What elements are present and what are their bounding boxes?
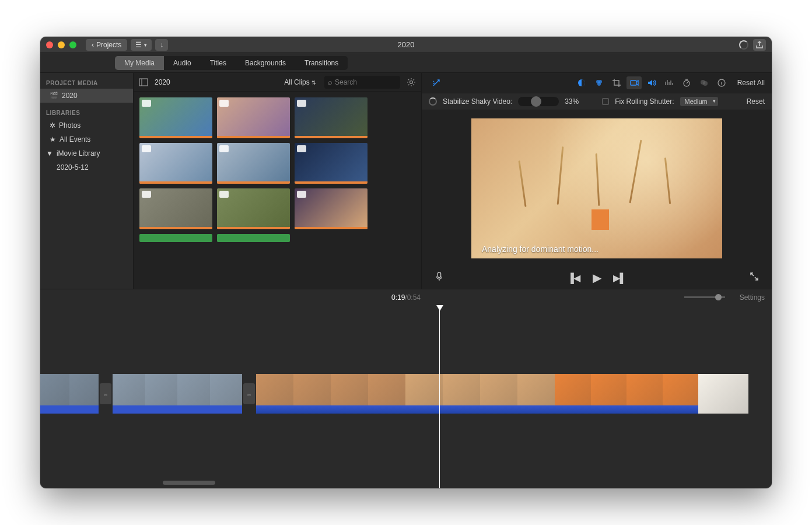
clip-thumbnail[interactable]	[139, 97, 212, 138]
clip-thumbnail[interactable]	[217, 188, 290, 229]
stabilization-icon[interactable]	[626, 76, 642, 89]
svg-rect-0	[139, 79, 148, 86]
zoom-slider[interactable]	[684, 296, 725, 298]
volume-icon[interactable]	[644, 76, 659, 89]
fullscreen-icon[interactable]	[750, 272, 759, 284]
gear-icon[interactable]	[406, 77, 416, 88]
camera-icon	[142, 100, 151, 107]
rolling-shutter-select[interactable]: Medium	[680, 97, 718, 106]
clip-thumbnail[interactable]	[139, 143, 212, 184]
spinner-icon	[429, 97, 437, 106]
preview-area: Analyzing for dominant motion...	[422, 110, 772, 267]
clip-filter[interactable]: All Clips ⇅	[284, 78, 316, 86]
noise-reduction-icon[interactable]	[662, 76, 677, 89]
timeline-clip[interactable]	[405, 374, 555, 414]
microphone-icon[interactable]	[435, 272, 444, 284]
window-controls	[46, 41, 76, 48]
download-button[interactable]: ↓	[155, 39, 168, 51]
back-to-projects-button[interactable]: ‹ Projects	[86, 39, 127, 51]
disclosure-triangle-icon[interactable]: ▼	[46, 149, 53, 158]
timeline-clip[interactable]	[256, 374, 405, 414]
close-window[interactable]	[46, 41, 53, 48]
horizontal-scrollbar[interactable]	[163, 481, 215, 485]
rolling-shutter-checkbox[interactable]	[602, 98, 609, 105]
sidebar-event[interactable]: 2020-5-12	[40, 160, 133, 174]
flower-icon: ✲	[50, 121, 55, 130]
camera-icon	[297, 191, 306, 198]
camera-icon	[142, 191, 151, 198]
timeline-clip[interactable]	[113, 374, 242, 414]
search-input[interactable]	[335, 78, 397, 86]
clapperboard-icon: 🎬	[50, 92, 58, 100]
tab-titles[interactable]: Titles	[201, 56, 236, 70]
tab-backgrounds[interactable]: Backgrounds	[236, 56, 295, 70]
sidebar-library[interactable]: ▼ iMovie Library	[40, 146, 133, 160]
star-icon: ★	[50, 135, 56, 144]
sidebar-project[interactable]: 🎬 2020	[40, 89, 133, 103]
prev-frame-button[interactable]: ▐◀	[567, 272, 580, 284]
sidebar-photos[interactable]: ✲ Photos	[40, 118, 133, 132]
color-correction-icon[interactable]	[592, 76, 607, 89]
timeline-clip[interactable]	[40, 374, 99, 414]
crop-icon[interactable]	[609, 76, 624, 89]
playhead[interactable]	[439, 305, 440, 488]
clip-thumbnail[interactable]	[217, 97, 290, 138]
clip-thumbnail[interactable]	[139, 188, 212, 229]
camera-icon	[297, 145, 306, 152]
clip-thumbnail[interactable]	[295, 143, 368, 184]
reset-all-button[interactable]: Reset All	[737, 79, 765, 87]
next-frame-button[interactable]: ▶▌	[613, 272, 626, 284]
timeline-header: 0:19 / 0:54 Settings	[40, 289, 772, 305]
timeline-clip[interactable]	[698, 374, 748, 414]
speed-icon[interactable]	[679, 76, 694, 89]
sidebar-all-events[interactable]: ★ All Events	[40, 132, 133, 146]
info-icon[interactable]	[714, 76, 729, 89]
play-button[interactable]: ▶	[593, 271, 601, 285]
svg-point-5	[597, 82, 601, 86]
layout-toggle-icon[interactable]	[138, 77, 149, 88]
camera-icon	[219, 191, 229, 198]
audio-clip[interactable]	[139, 234, 212, 242]
reset-button[interactable]: Reset	[747, 97, 765, 106]
clip-thumbnail[interactable]	[295, 188, 368, 229]
window-title: 2020	[398, 40, 415, 49]
svg-rect-11	[438, 272, 440, 278]
filter-icon[interactable]	[696, 76, 712, 89]
stabilize-label: Stabilize Shaky Video:	[443, 97, 512, 106]
camera-icon	[219, 100, 229, 107]
total-time: 0:54	[407, 293, 421, 302]
clip-thumbnails	[134, 92, 421, 289]
transition[interactable]: ⨝	[100, 383, 111, 404]
share-icon	[755, 40, 764, 50]
tab-audio[interactable]: Audio	[164, 56, 201, 70]
minimize-window[interactable]	[58, 41, 65, 48]
timeline-settings[interactable]: Settings	[740, 293, 765, 302]
enhance-icon[interactable]	[429, 76, 444, 89]
current-time: 0:19	[391, 293, 405, 302]
share-button[interactable]	[753, 39, 766, 51]
search-field[interactable]: ⌕	[324, 76, 400, 89]
tab-my-media[interactable]: My Media	[115, 56, 164, 70]
zoom-window[interactable]	[69, 41, 76, 48]
analysis-status: Analyzing for dominant motion...	[482, 244, 598, 254]
rolling-shutter-label: Fix Rolling Shutter:	[615, 97, 674, 106]
back-label: Projects	[96, 41, 121, 49]
audio-clip[interactable]	[217, 234, 290, 242]
project-name: 2020	[62, 92, 78, 100]
transition[interactable]: ⨝	[243, 383, 255, 404]
clip-thumbnail[interactable]	[295, 97, 368, 138]
clip-thumbnail[interactable]	[217, 143, 290, 184]
timeline-clip[interactable]	[555, 374, 698, 414]
media-browser: 2020 All Clips ⇅ ⌕	[134, 73, 422, 289]
preview-frame[interactable]: Analyzing for dominant motion...	[471, 118, 722, 258]
activity-icon[interactable]	[739, 40, 748, 50]
camera-icon	[219, 145, 229, 152]
timeline[interactable]: ⨝⨝	[40, 305, 772, 488]
stabilize-slider[interactable]	[518, 97, 559, 106]
chevron-left-icon: ‹	[92, 41, 94, 49]
import-media-button[interactable]: ☰▾	[131, 39, 152, 51]
color-balance-icon[interactable]	[574, 76, 589, 89]
camera-icon	[297, 100, 306, 107]
app-window: ‹ Projects ☰▾ ↓ 2020 My MediaAudioTitles…	[40, 37, 772, 488]
tab-transitions[interactable]: Transitions	[295, 56, 348, 70]
